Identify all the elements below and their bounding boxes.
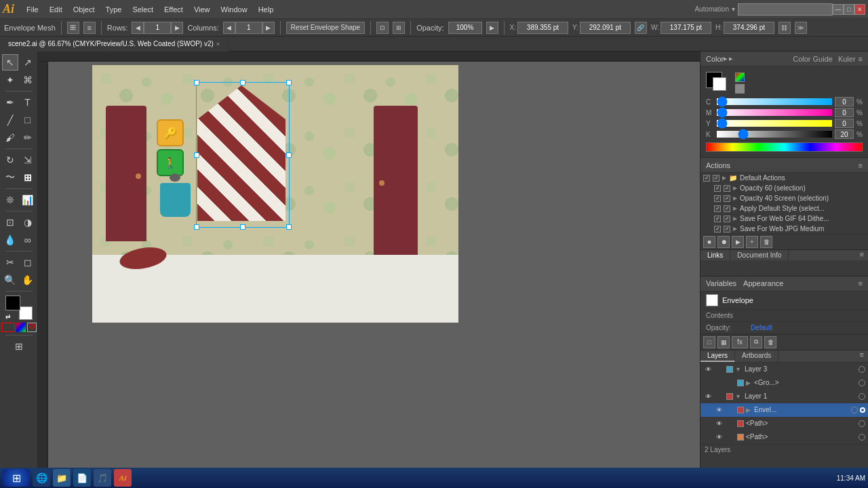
actions-panel-menu[interactable]: ≡ (859, 161, 863, 169)
blend-tool[interactable]: ∞ (20, 232, 36, 248)
taskbar-media[interactable]: 🎵 (94, 469, 111, 487)
action-opacity40[interactable]: ✓ ✓ ▶ Opacity 40 Screen (selection) (701, 193, 868, 203)
color-panel-menu[interactable]: ≡ (859, 55, 863, 63)
actions-panel-header[interactable]: Actions ≡ (701, 158, 868, 173)
more-options-icon[interactable]: ≫ (795, 22, 807, 34)
gro-visibility-icon[interactable] (714, 378, 724, 388)
reset-envelope-button[interactable]: Reset Envelope Shape (286, 22, 365, 34)
artboards-tab[interactable]: Artboards (735, 350, 778, 362)
action-save-jpg[interactable]: ✓ ✓ ▶ Save For Web JPG Medium (701, 224, 868, 234)
scissors-tool[interactable]: ✂ (2, 254, 18, 270)
y-input[interactable] (580, 22, 631, 34)
layer-row-path1[interactable]: 👁 <Path> (701, 417, 868, 430)
grayscale-icon[interactable] (735, 84, 745, 94)
swap-colors-icon[interactable]: ⇄ (5, 313, 12, 320)
close-button[interactable]: ✕ (854, 4, 865, 15)
layer3-target[interactable] (859, 366, 865, 373)
action-check-4[interactable]: ✓ (724, 185, 730, 192)
action-check-10[interactable]: ✓ (724, 216, 730, 222)
pencil-tool[interactable]: ✏ (20, 129, 36, 146)
layer3-visibility-icon[interactable]: 👁 (703, 365, 713, 374)
black-slider[interactable] (717, 131, 832, 138)
layer-row-1[interactable]: 👁 ▼ Layer 1 (701, 390, 868, 403)
taskbar-folder[interactable]: 📁 (53, 469, 71, 487)
gro-lock-icon[interactable] (726, 378, 735, 388)
opacity-input[interactable] (448, 22, 482, 34)
yellow-input[interactable] (835, 119, 854, 128)
action-default-actions[interactable]: ✓ ✓ ▶ 📁 Default Actions (701, 173, 868, 183)
artboard[interactable]: 🔑 🚶 (92, 65, 458, 323)
links-tab[interactable]: Links (701, 250, 730, 260)
canvas-area[interactable]: 🔑 🚶 (38, 52, 700, 468)
symbol-sprayer-tool[interactable]: ❊ (2, 192, 18, 208)
appearance-icon-1[interactable]: □ (703, 336, 715, 348)
appearance-icon-2[interactable]: ▦ (717, 336, 730, 348)
black-input[interactable] (835, 129, 854, 139)
eyedropper-tool[interactable]: 💧 (2, 232, 18, 248)
magic-wand-tool[interactable]: ✦ (2, 72, 18, 88)
action-check-12[interactable]: ✓ (724, 226, 730, 232)
cols-increment[interactable]: ▶ (262, 22, 275, 34)
tool-icon-1[interactable]: ⊞ (67, 22, 79, 34)
gradient-tool[interactable]: ◑ (20, 214, 36, 230)
menu-view[interactable]: View (189, 4, 216, 15)
cols-input[interactable] (235, 22, 262, 34)
layer-row-path2[interactable]: 👁 <Path> (701, 430, 868, 444)
opacity-play[interactable]: ▶ (486, 22, 498, 34)
gro-target[interactable] (859, 380, 865, 386)
lasso-tool[interactable]: ⌘ (20, 72, 36, 88)
actions-stop-btn[interactable]: ■ (703, 236, 715, 248)
layer3-lock-icon[interactable] (715, 365, 724, 374)
appearance-delete-btn[interactable]: 🗑 (764, 336, 776, 348)
actions-new-btn[interactable]: + (746, 236, 758, 248)
constrain-icon[interactable]: ⛓ (778, 22, 791, 34)
layer1-target[interactable] (859, 393, 865, 400)
w-input[interactable] (660, 22, 711, 34)
layer-row-3[interactable]: 👁 ▼ Layer 3 (701, 363, 868, 376)
envel-target[interactable] (851, 407, 858, 413)
variables-tab[interactable]: Variables (706, 279, 736, 287)
align-icon[interactable]: ⊞ (393, 22, 405, 34)
menu-type[interactable]: Type (100, 4, 127, 15)
menu-help[interactable]: Help (253, 4, 279, 15)
fg-color-swatch[interactable] (5, 296, 20, 310)
pen-tool[interactable]: ✒ (2, 94, 18, 110)
action-save-gif[interactable]: ✓ ✓ ▶ Save For Web GIF 64 Dithe... (701, 214, 868, 224)
envel-lock-icon[interactable] (726, 405, 735, 415)
layer-row-envel[interactable]: 👁 ▶ Envel... (701, 403, 868, 417)
envel-expand-arrow[interactable]: ▶ (746, 407, 751, 413)
cols-decrement[interactable]: ◀ (223, 22, 235, 34)
document-tab[interactable]: scene2.ai @ 66.67% (CMYK/Preview/U.S. We… (0, 37, 229, 52)
paintbrush-tool[interactable]: 🖌 (2, 129, 18, 146)
gradient-swatch[interactable] (16, 323, 26, 332)
cyan-input[interactable] (835, 97, 854, 106)
layers-tab[interactable]: Layers (701, 350, 735, 362)
color-panel-header[interactable]: Color ▸ ▸ Color Guide Kuler ≡ (701, 52, 868, 66)
color-mode-icon[interactable] (735, 73, 745, 82)
rows-decrement[interactable]: ◀ (132, 22, 144, 34)
action-expand-4[interactable]: ▶ (733, 205, 737, 211)
yellow-slider[interactable] (717, 120, 832, 127)
action-expand-5[interactable]: ▶ (733, 216, 737, 222)
automation-dropdown-icon[interactable]: ▾ (732, 5, 735, 13)
actions-play-btn[interactable]: ▶ (732, 236, 744, 248)
scale-tool[interactable]: ⇲ (20, 152, 36, 168)
cyan-slider[interactable] (717, 98, 832, 105)
rows-increment[interactable]: ▶ (171, 22, 183, 34)
start-button[interactable]: ⊞ (3, 469, 30, 487)
taskbar-notepad[interactable]: 📄 (73, 469, 91, 487)
action-expand-3[interactable]: ▶ (733, 195, 737, 201)
tool-icon-2[interactable]: ≡ (83, 22, 96, 34)
layer1-expand-arrow[interactable]: ▼ (735, 393, 741, 400)
none-swatch[interactable]: ⊘ (27, 323, 37, 332)
action-expand-1[interactable]: ▶ (722, 175, 726, 181)
gro-expand-arrow[interactable]: ▶ (746, 380, 751, 386)
no-fill-swatch[interactable] (1, 323, 15, 332)
appearance-fill-swatch[interactable] (706, 294, 718, 306)
appearance-tab[interactable]: Appearance (743, 279, 783, 287)
menu-edit[interactable]: Edit (44, 4, 68, 15)
action-check-9[interactable]: ✓ (714, 216, 721, 222)
path1-lock-icon[interactable] (726, 419, 735, 428)
taskbar-ie[interactable]: 🌐 (33, 469, 50, 487)
selection-tool[interactable]: ↖ (2, 54, 18, 70)
